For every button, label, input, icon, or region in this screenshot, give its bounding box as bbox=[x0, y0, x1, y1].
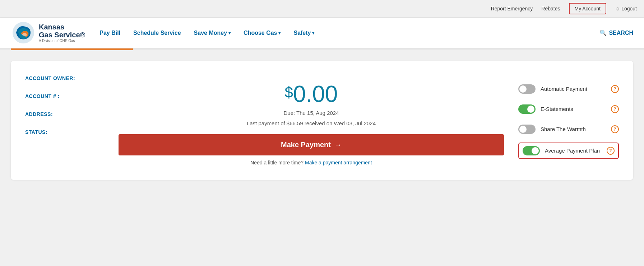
nav-choose-gas[interactable]: Choose Gas ▾ bbox=[244, 30, 281, 36]
e-statements-row: E-Statements ? bbox=[518, 102, 619, 116]
automatic-payment-toggle[interactable] bbox=[518, 84, 536, 94]
nav-schedule-service[interactable]: Schedule Service bbox=[133, 30, 181, 36]
kgs-logo-icon bbox=[11, 21, 36, 45]
nav-safety[interactable]: Safety ▾ bbox=[293, 30, 314, 36]
account-status-label: STATUS: bbox=[25, 129, 104, 135]
account-number-label: ACCOUNT # : bbox=[25, 93, 104, 99]
account-number-field: ACCOUNT # : bbox=[25, 93, 104, 101]
account-status-field: STATUS: bbox=[25, 129, 104, 136]
nav-pay-bill[interactable]: Pay Bill bbox=[99, 30, 120, 36]
account-address-label: ADDRESS: bbox=[25, 111, 104, 117]
dollar-sign: $ bbox=[285, 84, 293, 101]
share-warmth-help-icon[interactable]: ? bbox=[611, 125, 619, 133]
balance-amount: 0.00 bbox=[293, 83, 338, 106]
rebates-link[interactable]: Rebates bbox=[541, 6, 560, 11]
automatic-payment-slider bbox=[518, 84, 536, 94]
account-owner-label: ACCOUNT OWNER: bbox=[25, 75, 104, 81]
nav-items: Pay Bill Schedule Service Save Money ▾ C… bbox=[99, 30, 585, 36]
share-warmth-slider bbox=[518, 125, 536, 134]
average-payment-plan-slider bbox=[523, 146, 540, 155]
nav-save-money[interactable]: Save Money ▾ bbox=[194, 30, 231, 36]
average-payment-plan-label: Average Payment Plan bbox=[545, 148, 602, 154]
share-warmth-row: Share The Warmth ? bbox=[518, 122, 619, 136]
average-payment-plan-row: Average Payment Plan ? bbox=[518, 143, 619, 159]
share-warmth-toggle[interactable] bbox=[518, 125, 536, 134]
user-icon: ☺ bbox=[615, 6, 620, 11]
account-fields: ACCOUNT OWNER: ACCOUNT # : ADDRESS: STAT… bbox=[25, 75, 104, 165]
share-warmth-label: Share The Warmth bbox=[541, 126, 606, 132]
main-navigation: Kansas Gas Service® A Division of ONE Ga… bbox=[0, 18, 644, 48]
top-utility-bar: Report Emergency Rebates My Account ☺ Lo… bbox=[0, 0, 644, 18]
automatic-payment-row: Automatic Payment ? bbox=[518, 82, 619, 96]
automatic-payment-label: Automatic Payment bbox=[541, 86, 606, 92]
e-statements-slider bbox=[518, 104, 536, 114]
choose-gas-chevron-icon: ▾ bbox=[278, 31, 281, 36]
my-account-link[interactable]: My Account bbox=[569, 3, 606, 14]
account-address-field: ADDRESS: bbox=[25, 111, 104, 118]
last-payment-info: Last payment of $66.59 received on Wed 0… bbox=[247, 120, 376, 126]
search-area[interactable]: 🔍 SEARCH bbox=[599, 29, 633, 36]
due-date: Due: Thu 15, Aug 2024 bbox=[283, 110, 339, 116]
payment-arrangement-section: Need a little more time? Make a payment … bbox=[250, 160, 372, 165]
balance-section: $ 0.00 Due: Thu 15, Aug 2024 Last paymen… bbox=[119, 75, 504, 165]
payment-arrangement-link[interactable]: Make a payment arrangement bbox=[305, 160, 372, 165]
logo-area: Kansas Gas Service® A Division of ONE Ga… bbox=[11, 21, 85, 45]
balance-display: $ 0.00 bbox=[285, 83, 338, 106]
logo-text: Kansas Gas Service® A Division of ONE Ga… bbox=[39, 23, 85, 43]
safety-chevron-icon: ▾ bbox=[312, 31, 314, 36]
account-options: Automatic Payment ? E-Statements ? Share… bbox=[518, 75, 619, 165]
save-money-chevron-icon: ▾ bbox=[228, 31, 231, 36]
account-card: ACCOUNT OWNER: ACCOUNT # : ADDRESS: STAT… bbox=[11, 61, 633, 180]
average-payment-plan-help-icon[interactable]: ? bbox=[607, 147, 615, 155]
make-payment-button[interactable]: Make Payment → bbox=[119, 134, 504, 155]
search-icon: 🔍 bbox=[599, 29, 607, 36]
e-statements-toggle[interactable] bbox=[518, 104, 536, 114]
average-payment-plan-toggle[interactable] bbox=[523, 146, 540, 155]
automatic-payment-help-icon[interactable]: ? bbox=[611, 85, 619, 93]
content-area: ACCOUNT OWNER: ACCOUNT # : ADDRESS: STAT… bbox=[0, 50, 644, 191]
e-statements-label: E-Statements bbox=[541, 106, 606, 112]
e-statements-help-icon[interactable]: ? bbox=[611, 105, 619, 113]
logout-link[interactable]: ☺ Logout bbox=[615, 6, 637, 11]
report-emergency-link[interactable]: Report Emergency bbox=[491, 6, 533, 11]
account-owner-field: ACCOUNT OWNER: bbox=[25, 75, 104, 83]
